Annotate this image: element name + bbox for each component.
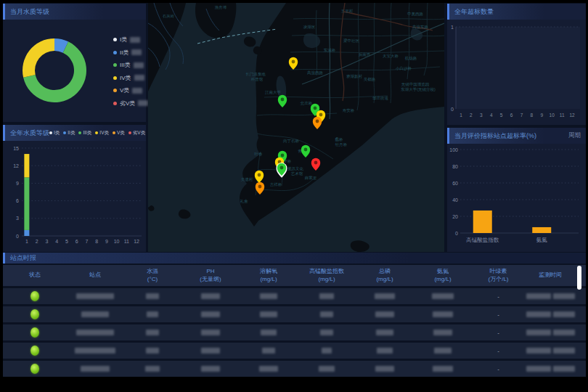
redacted-cell bbox=[240, 366, 298, 372]
redacted-cell bbox=[181, 293, 240, 299]
svg-text:3: 3 bbox=[45, 239, 48, 244]
table-row[interactable]: - bbox=[3, 306, 586, 322]
status-cell bbox=[3, 291, 67, 301]
panel-year-exceed: 全年超标数量 01123456789101112 bbox=[447, 4, 586, 125]
column-header: 叶绿素(万个/L) bbox=[472, 268, 525, 284]
map-panel[interactable]: 石灰岭渔舟埠凌湖区五里村中奥西路梁中社区东浦桥后南弄天宝大桥机场路小白沙桥高浪西… bbox=[148, 3, 444, 252]
year-grade-legend: I类II类III类IV类V类劣V类 bbox=[49, 130, 145, 136]
map-label: 东浦桥 bbox=[323, 48, 336, 53]
legend-value-redacted bbox=[134, 62, 144, 68]
svg-text:7: 7 bbox=[520, 113, 523, 118]
svg-text:15: 15 bbox=[13, 146, 19, 151]
svg-text:7: 7 bbox=[85, 239, 88, 244]
svg-text:0: 0 bbox=[451, 107, 454, 112]
redacted-cell bbox=[123, 330, 181, 335]
legend-dot bbox=[49, 131, 52, 134]
map-label: 叶春 bbox=[255, 152, 264, 156]
redacted-cell bbox=[240, 330, 298, 335]
legend-item[interactable]: II类 bbox=[113, 49, 148, 57]
station-table-panel: 站点时报 状态站点水温(°C)PH(无量纲)溶解氧(mg/L)高锰酸盐指数(mg… bbox=[3, 253, 586, 376]
legend-value-redacted bbox=[132, 88, 142, 94]
legend-item[interactable]: III类 bbox=[78, 130, 91, 136]
column-header: 站点 bbox=[67, 271, 123, 279]
map-label: 菜汛文化 bbox=[287, 166, 304, 171]
map-label: 科普馆 bbox=[251, 77, 264, 82]
legend-dot bbox=[113, 89, 117, 92]
legend-label: 劣V类 bbox=[120, 99, 135, 107]
period-selector[interactable]: 周期 bbox=[568, 131, 581, 140]
svg-text:1: 1 bbox=[451, 25, 454, 30]
month-grade-legend: I类II类III类IV类V类劣V类 bbox=[113, 36, 148, 107]
legend-dot bbox=[113, 76, 117, 80]
legend-item[interactable]: IV类 bbox=[95, 130, 109, 136]
legend-item[interactable]: I类 bbox=[49, 130, 60, 136]
dashboard-board: 当月水质等级 I类II类III类IV类V类劣V类 全年水质等级 I类II类III… bbox=[3, 3, 586, 376]
legend-item[interactable]: V类 bbox=[113, 130, 125, 136]
redacted-cell bbox=[123, 366, 181, 372]
year-exceed-chart[interactable]: 01123456789101112 bbox=[447, 20, 586, 125]
legend-dot bbox=[113, 102, 117, 105]
redacted-cell bbox=[414, 366, 472, 372]
table-scrollbar-thumb[interactable] bbox=[577, 266, 581, 290]
map-label: 无锡中国博览园 bbox=[401, 82, 430, 87]
panel-year-grade-title: 全年水质等级 bbox=[10, 128, 49, 138]
svg-text:12: 12 bbox=[569, 113, 575, 118]
redacted-cell bbox=[67, 330, 123, 335]
table-row[interactable]: - bbox=[3, 361, 586, 377]
legend-value-redacted bbox=[138, 100, 148, 106]
map-label: 北庄桥 bbox=[300, 101, 313, 106]
panel-year-exceed-title: 全年超标数量 bbox=[454, 7, 494, 17]
map-label: 华庄街道 bbox=[372, 96, 389, 101]
station-table-body: ----- bbox=[3, 288, 586, 377]
redacted-cell bbox=[298, 311, 356, 317]
redacted-cell bbox=[356, 366, 414, 372]
svg-text:12: 12 bbox=[13, 163, 19, 168]
redacted-cell bbox=[356, 293, 414, 299]
panel-year-grade: 全年水质等级 I类II类III类IV类V类劣V类 036912151234567… bbox=[3, 125, 146, 252]
legend-item[interactable]: 劣V类 bbox=[128, 130, 145, 136]
svg-text:10: 10 bbox=[550, 113, 555, 118]
year-grade-bar-chart[interactable]: 03691215123456789101112 bbox=[3, 141, 146, 250]
legend-item[interactable]: IV类 bbox=[113, 74, 148, 82]
map-label: 吴塘村 bbox=[241, 177, 253, 182]
svg-text:3: 3 bbox=[480, 113, 483, 118]
map-label: 艺术馆 bbox=[291, 171, 303, 176]
legend-label: III类 bbox=[120, 61, 131, 69]
time-cell bbox=[525, 366, 576, 372]
legend-item[interactable]: V类 bbox=[113, 86, 148, 94]
svg-text:2: 2 bbox=[470, 113, 473, 118]
map-label: 礼舍 bbox=[240, 199, 249, 204]
map-label: 高浪西路 bbox=[307, 70, 324, 75]
legend-item[interactable]: II类 bbox=[63, 130, 75, 136]
station-table-column-headers: 状态站点水温(°C)PH(无量纲)溶解氧(mg/L)高锰酸盐指数(mg/L)总磷… bbox=[3, 265, 586, 286]
legend-label: IV类 bbox=[120, 74, 131, 82]
legend-item[interactable]: III类 bbox=[113, 61, 148, 69]
panel-month-rate-header: 当月评价指标站点超标率(%) 周期 bbox=[447, 128, 586, 144]
legend-item[interactable]: I类 bbox=[113, 36, 148, 44]
map-label: 石灰岭 bbox=[163, 14, 175, 19]
panel-month-grade-header: 当月水质等级 bbox=[3, 4, 146, 20]
city-map[interactable]: 石灰岭渔舟埠凌湖区五里村中奥西路梁中社区东浦桥后南弄天宝大桥机场路小白沙桥高浪西… bbox=[148, 3, 444, 252]
svg-text:10: 10 bbox=[114, 239, 120, 244]
panel-month-grade: 当月水质等级 I类II类III类IV类V类劣V类 bbox=[3, 4, 146, 122]
redacted-cell bbox=[414, 293, 472, 299]
svg-text:80: 80 bbox=[452, 164, 458, 169]
svg-text:9: 9 bbox=[16, 181, 19, 186]
map-label: 牡丹桥 bbox=[335, 142, 348, 147]
table-scrollbar[interactable] bbox=[577, 264, 581, 375]
legend-label: III类 bbox=[83, 130, 91, 136]
legend-item[interactable]: 劣V类 bbox=[113, 99, 148, 107]
legend-label: II类 bbox=[68, 130, 75, 136]
month-rate-bar-chart[interactable]: 020406080100高锰酸盐指数氨氮 bbox=[447, 144, 586, 252]
redacted-cell bbox=[123, 311, 181, 317]
redacted-cell bbox=[240, 348, 298, 354]
redacted-cell bbox=[181, 348, 240, 354]
table-row[interactable]: - bbox=[3, 343, 586, 359]
map-label: 小白沙桥 bbox=[395, 66, 412, 71]
station-table-header-bar: 站点时报 bbox=[3, 253, 586, 264]
map-label: 东湖大学(无锡分校) bbox=[400, 87, 436, 92]
table-row[interactable]: - bbox=[3, 324, 586, 340]
map-label: 薛家里 bbox=[305, 176, 317, 180]
table-row[interactable]: - bbox=[3, 288, 586, 304]
svg-text:11: 11 bbox=[560, 113, 565, 118]
